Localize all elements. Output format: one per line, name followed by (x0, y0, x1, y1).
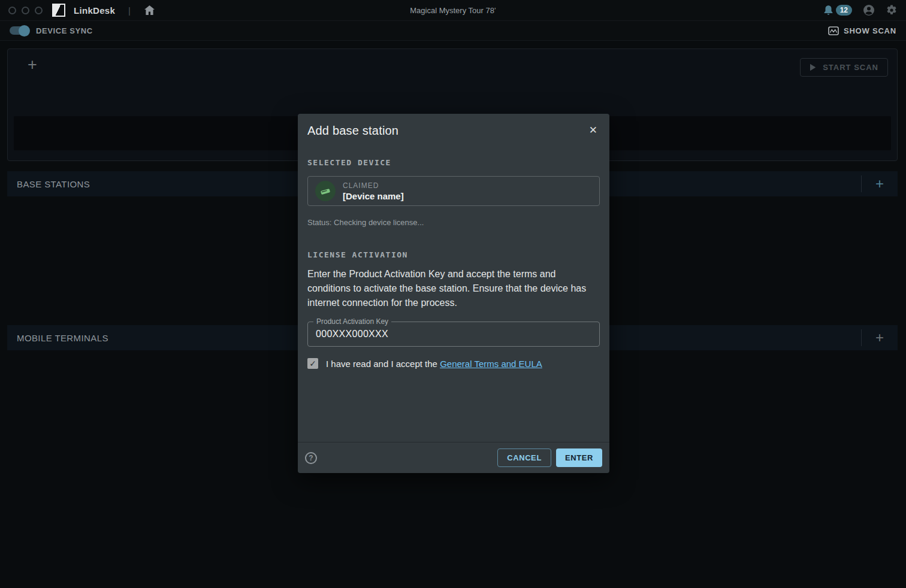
add-base-station-dialog: Add base station ✕ SELECTED DEVICE CLAIM… (298, 114, 609, 473)
terms-checkbox[interactable]: ✓ (307, 358, 318, 369)
add-base-station-button[interactable]: + (862, 177, 898, 191)
dialog-title: Add base station (307, 124, 398, 138)
activation-key-label: Product Activation Key (313, 317, 391, 326)
close-icon[interactable]: ✕ (587, 124, 600, 137)
license-status-text: Status: Checking device license... (307, 218, 600, 227)
window-title: Magical Mystery Tour 78’ (0, 6, 906, 15)
window-controls (8, 7, 43, 14)
start-scan-label: START SCAN (823, 63, 878, 72)
brand-logo-icon (52, 4, 65, 17)
dialog-footer: ? CANCEL ENTER (298, 442, 609, 473)
toggle-knob (19, 25, 30, 37)
device-sync-label: DEVICE SYNC (36, 26, 93, 35)
help-icon[interactable]: ? (305, 452, 317, 464)
sub-toolbar: DEVICE SYNC SHOW SCAN (0, 21, 906, 41)
activation-key-input[interactable] (308, 322, 599, 346)
show-scan-label: SHOW SCAN (844, 26, 896, 35)
home-icon[interactable] (144, 5, 155, 16)
scan-waveform-icon (828, 26, 839, 35)
top-bar: LinkDesk | Magical Mystery Tour 78’ 12 (0, 0, 906, 21)
start-scan-button[interactable]: START SCAN (800, 58, 888, 77)
bell-icon (823, 5, 833, 16)
play-icon (810, 63, 816, 71)
section-label: MOBILE TERMINALS (17, 333, 108, 343)
cancel-button[interactable]: CANCEL (497, 448, 551, 467)
terms-label: I have read and I accept the General Ter… (326, 359, 542, 369)
section-label: BASE STATIONS (17, 179, 90, 189)
device-claim-status: CLAIMED (343, 181, 404, 190)
window-control-icon[interactable] (22, 7, 29, 14)
settings-gear-icon[interactable] (886, 4, 898, 16)
device-name: [Device name] (343, 191, 404, 201)
selected-device-card[interactable]: CLAIMED [Device name] (307, 176, 600, 206)
enter-button[interactable]: ENTER (556, 448, 602, 467)
base-station-device-icon (315, 181, 336, 201)
user-account-icon[interactable] (863, 4, 875, 16)
app-name: LinkDesk (74, 5, 115, 16)
window-control-icon[interactable] (35, 7, 43, 14)
terms-eula-link[interactable]: General Terms and EULA (440, 359, 542, 369)
add-device-button[interactable]: + (28, 58, 37, 71)
notification-count-badge: 12 (836, 5, 852, 16)
terms-prefix: I have read and I accept the (326, 359, 440, 369)
selected-device-heading: SELECTED DEVICE (307, 158, 600, 167)
activation-key-field: Product Activation Key (307, 322, 600, 347)
divider: | (128, 5, 131, 16)
license-activation-heading: LICENSE ACTIVATION (307, 250, 600, 259)
device-sync-toggle[interactable] (10, 26, 29, 35)
show-scan-button[interactable]: SHOW SCAN (828, 26, 896, 35)
notifications-button[interactable]: 12 (823, 5, 852, 16)
license-description: Enter the Product Activation Key and acc… (307, 267, 600, 310)
window-control-icon[interactable] (8, 7, 16, 14)
add-mobile-terminal-button[interactable]: + (862, 331, 898, 345)
